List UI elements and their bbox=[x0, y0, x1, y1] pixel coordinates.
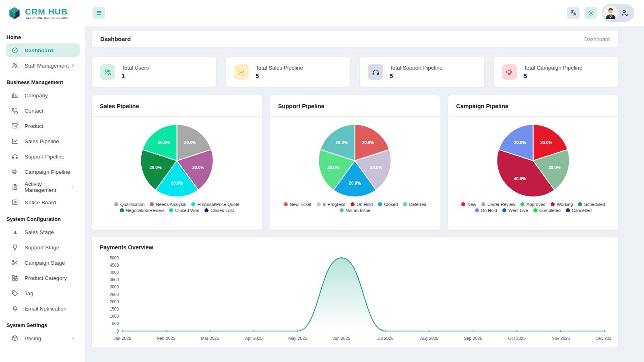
translate-icon bbox=[570, 9, 577, 16]
legend-dot bbox=[351, 202, 355, 206]
main-content: Dashboard Dashboard Total Users1Total Sa… bbox=[85, 26, 644, 362]
legend-label: Working bbox=[557, 202, 573, 207]
data-point bbox=[297, 330, 299, 332]
legend-item-new[interactable]: New bbox=[461, 202, 476, 207]
x-axis-label: May-2025 bbox=[288, 336, 307, 341]
legend-label: Proposal/Price Quote bbox=[197, 202, 239, 207]
y-axis-tick: 3500 bbox=[110, 278, 119, 282]
sidebar-item-label: Company bbox=[25, 93, 76, 99]
y-axis-tick: 4000 bbox=[110, 270, 119, 275]
x-axis-label: Oct-2025 bbox=[508, 336, 526, 341]
legend-item-under-review[interactable]: Under Review bbox=[481, 202, 515, 207]
legend-dot bbox=[566, 208, 570, 212]
legend-item-working[interactable]: Working bbox=[551, 202, 573, 207]
brand-logo[interactable]: CRM HUB ALL IN ONE BUSINESS CRM bbox=[0, 0, 85, 26]
support-pipeline-card: Support Pipeline 20.0%20.0%20.0%20.0%20.… bbox=[270, 95, 440, 230]
sidebar-item-label: Campaign Stage bbox=[25, 260, 76, 266]
support-pipeline-icon bbox=[368, 64, 383, 80]
sidebar-item-sales-stage[interactable]: Sales Stage bbox=[6, 225, 80, 239]
data-point bbox=[473, 330, 474, 332]
sidebar-item-tag[interactable]: Tag bbox=[6, 286, 80, 300]
y-axis-tick: 2500 bbox=[110, 292, 119, 297]
campaign-pipeline-icon bbox=[11, 168, 19, 175]
legend-item-negotiation-review[interactable]: Negotiation/Review bbox=[120, 208, 164, 213]
legend-item-closed-lost[interactable]: Closed Lost bbox=[204, 208, 234, 213]
sidebar-item-campaign-pipeline[interactable]: Campaign Pipeline bbox=[6, 165, 80, 179]
sidebar-item-support-stage[interactable]: Support Stage bbox=[6, 241, 80, 254]
legend-dot bbox=[520, 202, 524, 206]
sidebar-item-campaign-stage[interactable]: Campaign Stage bbox=[6, 256, 80, 269]
y-axis-tick: 0 bbox=[116, 329, 119, 333]
campaign-pipeline-card-title: Campaign Pipeline bbox=[448, 95, 618, 117]
data-point bbox=[516, 330, 518, 332]
sidebar-item-dashboard[interactable]: Dashboard bbox=[6, 43, 80, 57]
legend-item-scheduled[interactable]: Scheduled bbox=[578, 202, 605, 207]
legend-label: Closed Lost bbox=[211, 208, 234, 213]
sidebar-item-support-pipeline[interactable]: Support Pipeline bbox=[6, 150, 80, 163]
x-axis-label: Feb-2025 bbox=[157, 336, 175, 341]
x-axis-label: Mar-2025 bbox=[201, 336, 219, 341]
settings-button[interactable] bbox=[584, 7, 597, 19]
legend-dot bbox=[481, 202, 485, 206]
sidebar-item-notice-board[interactable]: Notice Board bbox=[6, 195, 80, 209]
legend-label: Completed bbox=[539, 208, 561, 213]
profile-menu[interactable] bbox=[602, 4, 634, 22]
sidebar-section-system-configuration: System Configuration bbox=[6, 216, 79, 222]
sidebar-item-product[interactable]: Product bbox=[6, 119, 80, 133]
legend-item-deferred[interactable]: Deferred bbox=[403, 202, 426, 207]
pie-slice-value: 20.0% bbox=[192, 165, 204, 170]
legend-item-closed-won[interactable]: Closed Won bbox=[169, 208, 199, 213]
sidebar-item-sales-pipeline[interactable]: Sales Pipeline bbox=[6, 134, 80, 148]
legend-item-on-hold[interactable]: On Hold bbox=[351, 202, 373, 207]
legend-label: Under Review bbox=[487, 202, 515, 207]
sidebar-item-contact[interactable]: Contact bbox=[6, 104, 80, 117]
x-axis-label: Nov-2025 bbox=[551, 336, 570, 341]
sidebar-item-label: Pricing bbox=[25, 335, 70, 341]
sidebar-item-product-category[interactable]: Product Category bbox=[6, 271, 80, 285]
sidebar-item-activity-management[interactable]: Activity Management bbox=[6, 180, 80, 194]
breadcrumb[interactable]: Dashboard bbox=[584, 36, 610, 42]
legend-item-needs-analysis[interactable]: Needs Analysis bbox=[150, 202, 186, 207]
sidebar-item-email-notification[interactable]: Email Notification bbox=[6, 302, 80, 315]
legend-label: Qualification bbox=[120, 202, 145, 207]
legend-item-new-ticket[interactable]: New Ticket bbox=[284, 202, 312, 207]
page-header: Dashboard Dashboard bbox=[92, 31, 618, 47]
sidebar-item-label: Contact bbox=[25, 108, 76, 114]
legend-item-not-an-issue[interactable]: Not an Issue bbox=[340, 208, 371, 213]
legend-item-qualification[interactable]: Qualification bbox=[114, 202, 145, 207]
legend-item-in-progress[interactable]: In Progress bbox=[317, 202, 345, 207]
legend-item-went-live[interactable]: Went Live bbox=[502, 208, 528, 213]
sales-pipeline-icon bbox=[234, 64, 249, 80]
sidebar-section-system-settings: System Settings bbox=[6, 322, 79, 328]
legend-item-on-hold[interactable]: On Hold bbox=[475, 208, 497, 213]
pie-slice-value: 20.0% bbox=[158, 140, 170, 145]
data-point bbox=[341, 257, 343, 259]
pie-slice-value: 20.0% bbox=[549, 165, 561, 170]
data-point bbox=[165, 330, 167, 332]
sidebar-item-label: Activity Management bbox=[25, 181, 70, 193]
legend-item-closed[interactable]: Closed bbox=[378, 202, 398, 207]
stat-label: Total Campaign Pipeline bbox=[524, 65, 582, 71]
legend-dot bbox=[191, 202, 195, 206]
product-category-icon bbox=[11, 274, 19, 282]
legend-dot bbox=[150, 202, 154, 206]
legend-item-approved[interactable]: Approved bbox=[520, 202, 545, 207]
translate-button[interactable] bbox=[567, 7, 580, 19]
sidebar-item-pricing[interactable]: Pricing bbox=[6, 331, 80, 345]
legend-label: Approved bbox=[526, 202, 545, 207]
data-point bbox=[209, 330, 211, 332]
legend-item-proposal-price-quote[interactable]: Proposal/Price Quote bbox=[191, 202, 239, 207]
sidebar-item-staff-management[interactable]: Staff Management bbox=[6, 59, 80, 72]
data-point bbox=[385, 330, 386, 332]
sidebar-item-company[interactable]: Company bbox=[6, 88, 80, 102]
legend-item-cancelled[interactable]: Cancelled bbox=[566, 208, 592, 213]
pie-slice-value: 20.0% bbox=[362, 140, 374, 145]
menu-toggle-button[interactable] bbox=[93, 7, 105, 19]
sidebar-item-label: Email Notification bbox=[25, 306, 76, 312]
sales-pipeline-card-title: Sales Pipeline bbox=[92, 95, 262, 117]
legend-item-completed[interactable]: Completed bbox=[533, 208, 561, 213]
legend-label: Cancelled bbox=[572, 208, 592, 213]
campaign-pipeline-card: Campaign Pipeline 20.0%20.0%40.0%20.0%Ne… bbox=[448, 95, 618, 230]
pie-slice-value: 20.0% bbox=[514, 140, 526, 145]
legend-dot bbox=[340, 208, 344, 212]
